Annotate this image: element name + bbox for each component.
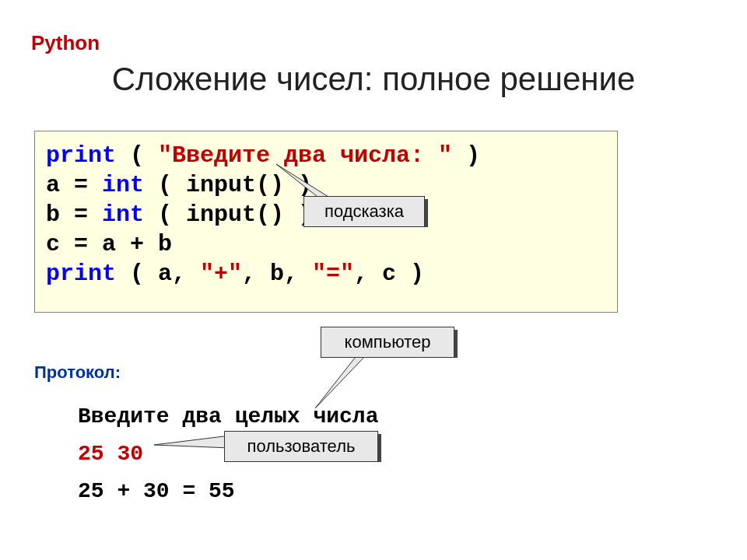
slide-title: Сложение чисел: полное решение: [0, 61, 747, 98]
keyword-int: int: [102, 172, 144, 198]
code-text: a =: [46, 172, 102, 198]
code-text: , c ): [354, 261, 424, 287]
string-literal: "=": [312, 261, 354, 287]
code-line-4: c = a + b: [46, 229, 606, 259]
svg-marker-0: [276, 164, 328, 197]
protocol-block: Введите два целых числа 25 30 25 + 30 = …: [78, 398, 378, 510]
callout-hint: подсказка: [303, 196, 425, 227]
string-literal: "+": [200, 261, 242, 287]
code-text: b =: [46, 201, 102, 228]
keyword-int: int: [102, 201, 144, 228]
callout-computer: компьютер: [321, 327, 454, 358]
callout-tail-hint: [272, 160, 335, 199]
protocol-line-input: 25 30: [78, 436, 378, 473]
protocol-line-output: 25 + 30 = 55: [78, 473, 378, 510]
code-text: ( a,: [116, 261, 200, 287]
keyword-print: print: [46, 261, 116, 287]
protocol-line-prompt: Введите два целых числа: [78, 398, 378, 436]
language-label: Python: [31, 31, 100, 55]
code-text: ): [452, 142, 480, 169]
slide: Python Сложение чисел: полное решение pr…: [0, 0, 747, 560]
protocol-label: Протокол:: [34, 362, 121, 383]
keyword-print: print: [46, 142, 116, 169]
code-line-5: print ( a, "+", b, "=", c ): [46, 259, 606, 289]
code-text: (: [116, 142, 158, 169]
code-text: , b,: [242, 261, 312, 287]
code-text: ( input() ): [144, 201, 312, 228]
